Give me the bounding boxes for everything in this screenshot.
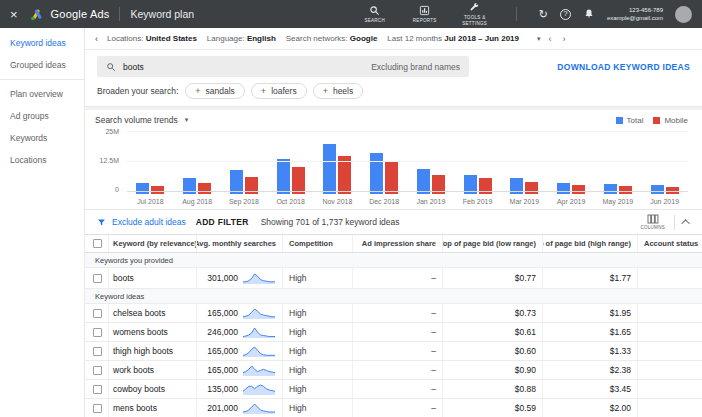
keyword-cell[interactable]: work boots	[109, 361, 197, 379]
keyword-cell[interactable]: cowboy boots	[109, 380, 197, 398]
broaden-chip-loafers[interactable]: +loafers	[251, 83, 307, 99]
exclude-adult-ideas-filter[interactable]: Exclude adult ideas	[97, 217, 186, 227]
keyword-text: boots	[113, 273, 134, 283]
column-header-avg-monthly-searches[interactable]: Avg. monthly searches	[197, 235, 283, 252]
plan-settings-filters: Locations: United StatesLanguage: Englis…	[107, 34, 529, 43]
back-arrow-icon[interactable]: ‹	[95, 34, 98, 44]
keyword-text: work boots	[113, 365, 154, 375]
keyword-cell[interactable]: womens boots	[109, 323, 197, 341]
column-header-top-of-page-bid-low-range[interactable]: Top of page bid (low range)	[443, 235, 543, 252]
plan-setting-label: Language:	[207, 34, 247, 43]
chart-bar-mobile	[525, 182, 538, 194]
keyword-search-input[interactable]: boots Excluding brand names	[97, 56, 469, 77]
download-keyword-ideas-link[interactable]: DOWNLOAD KEYWORD IDEAS	[557, 62, 690, 72]
section-label: Keywords you provided	[95, 256, 173, 265]
table-row-boots: boots301,000High–$0.77$1.77	[85, 268, 702, 289]
broaden-chip-heels[interactable]: +heels	[313, 83, 364, 99]
sidebar-item-ad-groups[interactable]: Ad groups	[0, 105, 84, 127]
column-header-ad-impression-share[interactable]: Ad impression share	[353, 235, 443, 252]
ad-impression-share-value: –	[431, 365, 436, 375]
sidebar-item-keywords[interactable]: Keywords	[0, 127, 84, 149]
ad-impression-share-cell: –	[353, 268, 443, 288]
columns-button[interactable]: COLUMNS	[640, 214, 665, 230]
column-header-competition[interactable]: Competition	[283, 235, 353, 252]
sidebar-item-grouped-ideas[interactable]: Grouped ideas	[0, 54, 84, 76]
sidebar-item-plan-overview[interactable]: Plan overview	[0, 83, 84, 105]
low-bid-cell: $0.60	[443, 342, 543, 360]
row-checkbox[interactable]	[93, 404, 102, 413]
x-axis-label: Nov 2018	[314, 198, 361, 207]
high-bid-value: $2.00	[610, 403, 631, 413]
close-icon[interactable]: ×	[10, 7, 18, 22]
keyword-cell[interactable]: mens boots	[109, 399, 197, 417]
notifications-bell-icon[interactable]	[583, 8, 595, 20]
chart-title-dropdown[interactable]: Search volume trends ▾	[95, 115, 188, 125]
broaden-chip-sandals[interactable]: +sandals	[185, 83, 245, 99]
row-checkbox[interactable]	[93, 366, 102, 375]
row-checkbox[interactable]	[93, 385, 102, 394]
plan-setting-label: Locations:	[107, 34, 146, 43]
date-range-caret-icon[interactable]: ▾	[537, 35, 541, 43]
y-axis-tick: 25M	[105, 128, 119, 135]
search-nav-button[interactable]: SEARCH	[356, 5, 394, 23]
chart-bar-mobile	[292, 167, 305, 194]
chart-bar-group: Jun 2019	[641, 134, 688, 207]
keyword-ideas-table: Keyword (by relevance)↓Avg. monthly sear…	[85, 234, 702, 417]
collapse-chevron-up-icon[interactable]	[681, 219, 689, 227]
plan-setting-search-networks[interactable]: Search networks: Google	[286, 34, 378, 43]
row-checkbox[interactable]	[93, 347, 102, 356]
searches-value: 135,000	[207, 384, 238, 394]
plan-setting-locations[interactable]: Locations: United States	[107, 34, 197, 43]
plan-setting-value: English	[247, 34, 276, 43]
date-prev-chevron[interactable]: ‹	[546, 34, 555, 44]
chart-bar-total	[277, 159, 290, 194]
row-checkbox[interactable]	[93, 309, 102, 318]
legend-label: Mobile	[664, 116, 688, 125]
keyword-cell[interactable]: thigh high boots	[109, 342, 197, 360]
low-bid-cell: $0.90	[443, 361, 543, 379]
x-axis-label: Mar 2019	[501, 198, 548, 207]
sidebar-item-keyword-ideas[interactable]: Keyword ideas	[0, 32, 84, 54]
low-bid-value: $0.90	[515, 365, 536, 375]
columns-icon	[647, 214, 659, 224]
account-status-cell	[638, 380, 702, 398]
sidebar-item-locations[interactable]: Locations	[0, 149, 84, 171]
help-icon[interactable]: ?	[560, 9, 571, 20]
column-header-top-of-page-bid-high-range[interactable]: Top of page bid (high range)	[543, 235, 638, 252]
competition-value: High	[289, 273, 306, 283]
high-bid-cell: $2.00	[543, 399, 638, 417]
column-header-account-status[interactable]: Account status	[638, 235, 702, 252]
high-bid-cell: $1.33	[543, 342, 638, 360]
row-checkbox[interactable]	[93, 328, 102, 337]
competition-value: High	[289, 346, 306, 356]
google-ads-keyword-plan-window: × Google Ads Keyword plan SEARCH REPORTS…	[0, 0, 702, 417]
plan-setting-language[interactable]: Language: English	[207, 34, 276, 43]
avg-monthly-searches-cell: 201,000	[197, 399, 283, 417]
excluding-brand-names-label: Excluding brand names	[371, 62, 460, 72]
row-checkbox-cell	[85, 361, 109, 379]
add-filter-button[interactable]: ADD FILTER	[196, 217, 249, 227]
broaden-search-row: Broaden your search: +sandals+loafers+he…	[85, 79, 702, 106]
keyword-cell[interactable]: chelsea boots	[109, 304, 197, 322]
high-bid-value: $1.77	[610, 273, 631, 283]
search-section: boots Excluding brand names DOWNLOAD KEY…	[85, 50, 702, 79]
date-next-chevron[interactable]: ›	[560, 34, 569, 44]
search-icon	[369, 5, 380, 16]
select-all-checkbox[interactable]	[93, 239, 102, 248]
tools-settings-nav-button[interactable]: TOOLS & SETTINGS	[456, 2, 494, 26]
chart-bar-group: Sep 2018	[221, 134, 268, 207]
legend-item-mobile: Mobile	[653, 116, 688, 125]
chip-label: heels	[333, 86, 353, 96]
plan-setting-last-12-months[interactable]: Last 12 months Jul 2018 – Jun 2019	[387, 34, 519, 43]
table-header-row: Keyword (by relevance)↓Avg. monthly sear…	[85, 234, 702, 253]
row-checkbox-cell	[85, 304, 109, 322]
refresh-icon[interactable]: ↻	[539, 9, 548, 20]
keyword-cell[interactable]: boots	[109, 268, 197, 288]
trend-sparkline	[242, 364, 276, 377]
competition-cell: High	[283, 361, 353, 379]
avatar[interactable]	[675, 6, 692, 23]
row-checkbox[interactable]	[93, 274, 102, 283]
column-header-keyword-by-relevance[interactable]: Keyword (by relevance)↓	[109, 235, 197, 252]
competition-value: High	[289, 384, 306, 394]
reports-nav-button[interactable]: REPORTS	[406, 5, 444, 23]
